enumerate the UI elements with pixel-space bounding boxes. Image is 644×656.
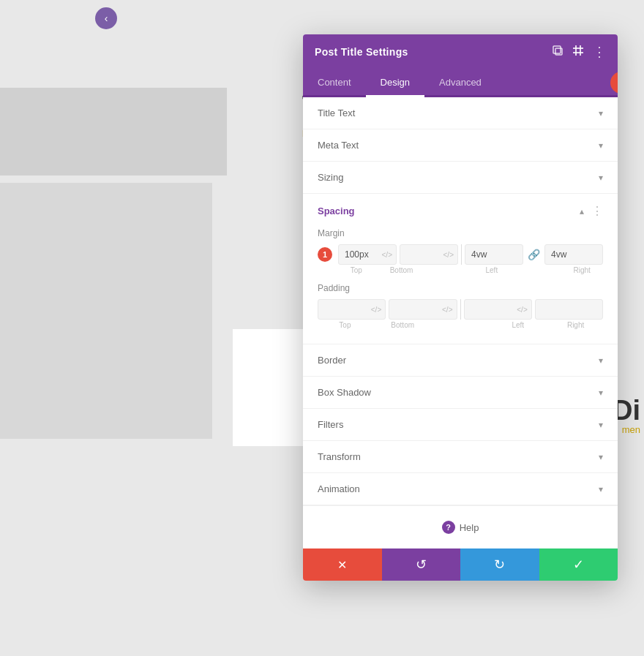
spacing-chevron-up[interactable]: ▴ <box>580 206 584 216</box>
help-section: ? Help <box>303 505 618 548</box>
margin-bottom-label: Bottom <box>381 266 423 274</box>
margin-bottom-input[interactable] <box>400 244 458 265</box>
redo-icon: ↻ <box>494 557 505 573</box>
margin-right-label: Right <box>561 266 603 274</box>
canvas-right-label: men <box>622 424 640 435</box>
margin-label: Margin <box>318 228 603 238</box>
section-filters[interactable]: Filters ▾ <box>303 409 618 441</box>
padding-left-wrap: </> <box>464 299 532 320</box>
margin-top-input[interactable] <box>338 244 397 265</box>
margin-left-input[interactable] <box>465 244 523 265</box>
action-bar: ✕ ↺ ↻ ✓ <box>303 548 618 581</box>
sizing-chevron: ▾ <box>599 173 603 183</box>
undo-button[interactable]: ↺ <box>382 548 461 581</box>
section-transform-label: Transform <box>318 451 361 462</box>
margin-link-icon[interactable]: 🔗 <box>526 249 542 260</box>
margin-sub-labels: Top Bottom Left Right <box>335 266 603 274</box>
padding-label: Padding <box>318 283 603 293</box>
save-icon: ✓ <box>573 557 584 573</box>
tab-advanced[interactable]: Advanced <box>424 69 496 97</box>
close-panel-button[interactable]: ✕ <box>610 72 618 94</box>
padding-left-label: Left <box>490 321 545 329</box>
padding-top-input[interactable] <box>318 299 386 320</box>
help-label[interactable]: Help <box>460 522 479 533</box>
section-title-text-label: Title Text <box>318 108 355 118</box>
copy-icon[interactable] <box>552 45 564 59</box>
svg-rect-3 <box>573 52 583 53</box>
transform-chevron: ▾ <box>599 452 603 462</box>
section-filters-label: Filters <box>318 419 343 430</box>
settings-panel: Post Title Settings ⋮ Content Design <box>303 34 618 581</box>
expand-icon[interactable] <box>572 45 584 59</box>
section-sizing[interactable]: Sizing ▾ <box>303 162 618 194</box>
tab-design[interactable]: Design <box>366 69 424 97</box>
undo-icon: ↺ <box>416 557 427 573</box>
margin-left-label: Left <box>471 266 513 274</box>
save-button[interactable]: ✓ <box>539 548 618 581</box>
padding-right-input[interactable] <box>535 299 603 320</box>
padding-top-label: Top <box>318 321 372 329</box>
padding-bottom-wrap: </> <box>389 299 457 320</box>
svg-rect-5 <box>580 45 581 56</box>
title-text-chevron: ▾ <box>599 108 603 118</box>
panel-header: Post Title Settings ⋮ <box>303 34 618 69</box>
panel-body: Title Text ▾ Meta Text ▾ Sizing ▾ Spacin… <box>303 97 618 548</box>
deco-block-2 <box>0 183 212 439</box>
more-options-icon[interactable]: ⋮ <box>593 44 606 60</box>
padding-sub-labels: Top Bottom Left Right <box>318 321 603 329</box>
box-shadow-chevron: ▾ <box>599 388 603 398</box>
section-sizing-label: Sizing <box>318 172 343 183</box>
padding-left-input[interactable] <box>464 299 532 320</box>
animation-chevron: ▾ <box>599 484 603 494</box>
padding-divider <box>460 299 461 320</box>
section-meta-text-label: Meta Text <box>318 140 359 151</box>
section-spacing: Spacing ▴ ⋮ Margin 1 </> <box>303 194 618 344</box>
panel-header-icons: ⋮ <box>552 44 606 60</box>
margin-input-row: 1 </> </> <box>318 244 603 265</box>
cancel-icon: ✕ <box>337 558 347 572</box>
section-transform[interactable]: Transform ▾ <box>303 441 618 473</box>
margin-bottom-wrap: </> <box>400 244 458 265</box>
panel-title: Post Title Settings <box>315 46 408 58</box>
spacing-dots-icon[interactable]: ⋮ <box>591 204 603 218</box>
margin-divider <box>461 244 462 265</box>
panel-tabs: Content Design Advanced ✕ <box>303 69 618 97</box>
margin-right-wrap <box>544 244 603 265</box>
margin-right-input[interactable] <box>544 244 603 265</box>
padding-top-wrap: </> <box>318 299 386 320</box>
section-box-shadow-label: Box Shadow <box>318 387 371 398</box>
meta-text-chevron: ▾ <box>599 140 603 151</box>
section-animation-label: Animation <box>318 483 360 494</box>
spacing-fields: Margin 1 </> </> <box>303 228 618 344</box>
tab-content[interactable]: Content <box>303 69 366 97</box>
redo-button[interactable]: ↻ <box>460 548 539 581</box>
deco-block-1 <box>0 88 227 176</box>
svg-rect-0 <box>553 46 561 53</box>
filters-chevron: ▾ <box>599 420 603 430</box>
spacing-header-icons: ▴ ⋮ <box>580 204 603 218</box>
spacing-label: Spacing <box>318 206 355 216</box>
help-icon: ? <box>442 521 455 534</box>
canvas-content-block <box>233 329 306 446</box>
section-box-shadow[interactable]: Box Shadow ▾ <box>303 377 618 409</box>
spacing-header[interactable]: Spacing ▴ ⋮ <box>303 194 618 228</box>
margin-left-wrap <box>465 244 523 265</box>
margin-badge: 1 <box>318 247 332 262</box>
section-meta-text[interactable]: Meta Text ▾ <box>303 129 618 162</box>
section-border-label: Border <box>318 355 346 366</box>
svg-rect-2 <box>573 48 583 49</box>
padding-input-row: </> </> </> <box>318 299 603 320</box>
margin-top-label: Top <box>335 266 378 274</box>
padding-bottom-input[interactable] <box>389 299 457 320</box>
section-animation[interactable]: Animation ▾ <box>303 473 618 505</box>
padding-bottom-label: Bottom <box>375 321 430 329</box>
padding-right-wrap <box>535 299 603 320</box>
section-title-text[interactable]: Title Text ▾ <box>303 97 618 129</box>
border-chevron: ▾ <box>599 355 603 366</box>
svg-rect-4 <box>575 45 577 56</box>
cancel-button[interactable]: ✕ <box>303 548 382 581</box>
section-border[interactable]: Border ▾ <box>303 344 618 377</box>
margin-top-wrap: </> <box>338 244 397 265</box>
padding-right-label: Right <box>548 321 603 329</box>
left-handle-icon[interactable]: ‹ <box>95 7 117 29</box>
